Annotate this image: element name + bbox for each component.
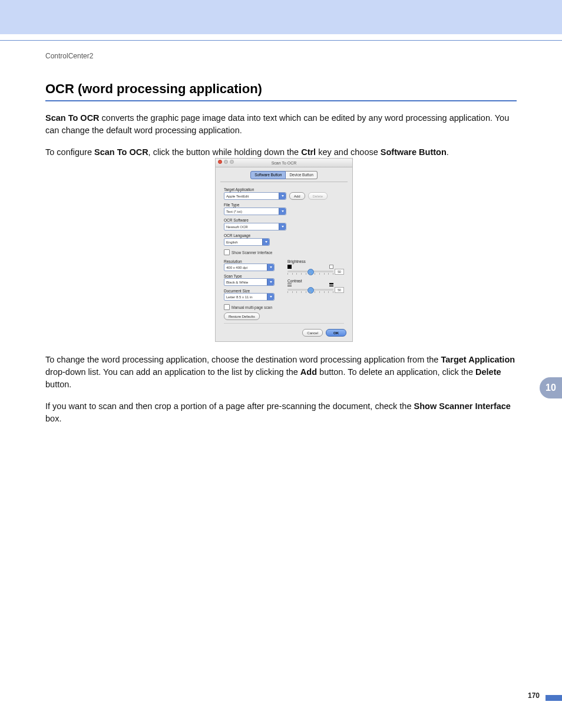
window-controls bbox=[218, 160, 234, 164]
top-rule bbox=[0, 40, 562, 41]
p2-a: To configure bbox=[45, 147, 94, 157]
label-resolution: Resolution bbox=[224, 259, 280, 263]
contrast-value: 50 bbox=[335, 287, 344, 293]
select-resolution-value: 400 x 400 dpi bbox=[226, 266, 247, 269]
bold-delete: Delete bbox=[475, 367, 501, 377]
checkbox-manual-multipage-label: Manual multi-page scan bbox=[232, 305, 272, 309]
tab-device-button[interactable]: Device Button bbox=[286, 171, 317, 179]
select-target-application-value: Apple TextEdit bbox=[226, 195, 249, 198]
delete-button[interactable]: Delete bbox=[308, 192, 328, 200]
select-file-type-value: Text (*.txt) bbox=[226, 210, 242, 213]
bold-software-button: Software Button bbox=[381, 147, 447, 157]
chapter-tab: 10 bbox=[540, 377, 562, 398]
p3-a: To change the word processing applicatio… bbox=[45, 355, 441, 364]
select-scan-type[interactable]: Black & White bbox=[224, 278, 275, 286]
chevron-down-icon bbox=[279, 193, 286, 199]
paragraph-configure: To configure Scan To OCR, click the butt… bbox=[45, 146, 517, 159]
p3-g: button. bbox=[45, 380, 71, 389]
label-ocr-software: OCR Software bbox=[224, 218, 344, 222]
label-document-size: Document Size bbox=[224, 289, 280, 293]
select-scan-type-value: Black & White bbox=[226, 281, 248, 284]
zoom-dot-icon bbox=[230, 160, 234, 164]
section-title: OCR (word processing application) bbox=[45, 81, 517, 97]
title-rule bbox=[45, 100, 517, 101]
label-contrast: Contrast bbox=[287, 279, 344, 283]
slider-contrast[interactable]: 50 bbox=[287, 288, 344, 296]
select-ocr-software-value: Newsoft OCR bbox=[226, 225, 248, 229]
p3-c: drop-down list. You can add an applicati… bbox=[45, 367, 300, 377]
p2-c: , click the button while holding down th… bbox=[148, 147, 302, 157]
restore-defaults-button[interactable]: Restore Defaults bbox=[224, 312, 260, 320]
bold-scan-to-ocr-2: Scan To OCR bbox=[94, 147, 148, 157]
chevron-down-icon bbox=[279, 208, 286, 215]
close-dot-icon[interactable] bbox=[218, 160, 222, 164]
p4-c: box. bbox=[45, 414, 61, 423]
select-document-size-value: Letter 8.5 x 11 in bbox=[226, 295, 253, 299]
bold-ctrl: Ctrl bbox=[301, 147, 316, 157]
label-scan-type: Scan Type bbox=[224, 274, 280, 278]
bold-target-application: Target Application bbox=[441, 355, 515, 364]
select-target-application[interactable]: Apple TextEdit bbox=[224, 192, 286, 200]
slider-ticks bbox=[287, 291, 333, 294]
p1-text: converts the graphic page image data int… bbox=[45, 113, 509, 135]
chevron-down-icon bbox=[267, 279, 274, 285]
cancel-button[interactable]: Cancel bbox=[302, 329, 323, 337]
chevron-down-icon bbox=[267, 264, 274, 271]
chevron-down-icon bbox=[279, 223, 286, 230]
brightness-value: 50 bbox=[335, 269, 344, 275]
footer-accent bbox=[546, 695, 562, 701]
add-button[interactable]: Add bbox=[289, 192, 305, 200]
paragraph-change-app: To change the word processing applicatio… bbox=[45, 354, 517, 391]
label-ocr-language: OCR Language bbox=[224, 233, 344, 238]
brightness-light-icon bbox=[329, 265, 333, 269]
p3-e: button. To delete an application, click … bbox=[317, 367, 475, 377]
bold-show-scanner-interface: Show Scanner Interface bbox=[414, 401, 511, 411]
ok-button[interactable]: OK bbox=[326, 329, 346, 337]
dialog-tabs: Software Button Device Button bbox=[216, 171, 352, 179]
minimize-dot-icon bbox=[224, 160, 228, 164]
checkbox-show-scanner-interface-label: Show Scanner Interface bbox=[232, 251, 272, 255]
bold-scan-to-ocr: Scan To OCR bbox=[45, 113, 100, 123]
top-decorative-band bbox=[0, 0, 562, 34]
slider-brightness[interactable]: 50 bbox=[287, 265, 344, 275]
contrast-low-icon bbox=[287, 283, 292, 286]
select-file-type[interactable]: Text (*.txt) bbox=[224, 207, 286, 215]
breadcrumb: ControlCenter2 bbox=[45, 52, 93, 60]
checkbox-manual-multipage[interactable]: Manual multi-page scan bbox=[224, 304, 280, 310]
select-resolution[interactable]: 400 x 400 dpi bbox=[224, 263, 275, 271]
p2-e: key and choose bbox=[316, 147, 381, 157]
brightness-dark-icon bbox=[287, 265, 292, 269]
slider-ticks bbox=[287, 273, 333, 275]
chevron-down-icon bbox=[262, 239, 269, 245]
select-ocr-language[interactable]: English bbox=[224, 238, 270, 246]
bold-add: Add bbox=[300, 367, 317, 377]
checkbox-box bbox=[224, 304, 230, 310]
label-brightness: Brightness bbox=[287, 259, 344, 263]
scan-to-ocr-dialog: Scan To OCR Software Button Device Butto… bbox=[215, 158, 353, 342]
paragraph-intro: Scan To OCR converts the graphic page im… bbox=[45, 112, 517, 137]
checkbox-box bbox=[224, 249, 230, 255]
p4-a: If you want to scan and then crop a port… bbox=[45, 401, 414, 411]
tab-software-button[interactable]: Software Button bbox=[250, 171, 286, 179]
dialog-titlebar: Scan To OCR bbox=[216, 159, 352, 167]
select-ocr-language-value: English bbox=[226, 241, 238, 244]
dialog-title: Scan To OCR bbox=[272, 161, 297, 165]
page-number: 170 bbox=[528, 691, 540, 700]
dialog-footer-rule bbox=[224, 323, 344, 324]
label-target-application: Target Application bbox=[224, 187, 344, 192]
checkbox-show-scanner-interface[interactable]: Show Scanner Interface bbox=[224, 249, 344, 255]
select-document-size[interactable]: Letter 8.5 x 11 in bbox=[224, 293, 275, 301]
paragraph-show-scanner: If you want to scan and then crop a port… bbox=[45, 400, 517, 425]
select-ocr-software[interactable]: Newsoft OCR bbox=[224, 223, 286, 230]
p2-g: . bbox=[447, 147, 449, 157]
contrast-high-icon bbox=[329, 283, 333, 286]
label-file-type: File Type bbox=[224, 203, 344, 207]
chevron-down-icon bbox=[267, 294, 274, 300]
